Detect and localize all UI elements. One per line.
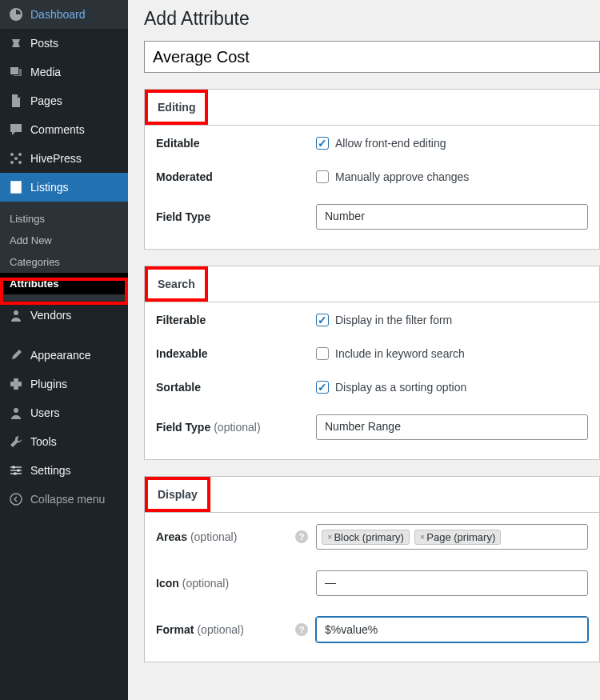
menu-label: Vendors: [30, 309, 71, 322]
area-tag[interactable]: ×Page (primary): [414, 530, 501, 545]
menu-label: Posts: [30, 37, 58, 50]
collapse-icon: [8, 491, 24, 507]
sidebar-item-plugins[interactable]: Plugins: [0, 370, 128, 398]
submenu-item-addnew[interactable]: Add New: [0, 230, 128, 251]
search-fieldtype-label: Field Type (optional): [156, 421, 316, 434]
search-postbox: Search Filterable Display in the filter …: [144, 266, 600, 460]
filterable-check-label: Display in the filter form: [335, 314, 452, 326]
sidebar-item-posts[interactable]: Posts: [0, 29, 128, 58]
page-title: Add Attribute: [144, 8, 600, 30]
icon-select[interactable]: —: [316, 570, 588, 596]
svg-point-5: [14, 310, 18, 315]
areas-tags-input[interactable]: ×Block (primary) ×Page (primary): [316, 524, 588, 550]
page-icon: [8, 93, 24, 109]
menu-label: Collapse menu: [30, 493, 105, 506]
optional-text: (optional): [214, 421, 260, 434]
svg-point-1: [18, 153, 22, 156]
sidebar-item-dashboard[interactable]: Dashboard: [0, 0, 128, 29]
icon-label: Icon (optional): [156, 577, 316, 590]
users-icon: [8, 405, 24, 421]
svg-point-3: [18, 161, 22, 164]
menu-label: Tools: [30, 435, 57, 448]
hivepress-icon: [8, 150, 24, 166]
listings-submenu: Listings Add New Categories Attributes: [0, 202, 128, 301]
svg-point-0: [10, 153, 14, 156]
wrench-icon: [8, 434, 24, 450]
optional-text: (optional): [197, 623, 243, 636]
menu-label: Pages: [30, 94, 62, 107]
search-title: Search: [148, 270, 205, 298]
help-icon[interactable]: ?: [295, 530, 308, 543]
display-postbox: Display Areas (optional) ? ×Block (prima…: [144, 476, 600, 662]
remove-tag-icon[interactable]: ×: [420, 532, 425, 542]
editing-header: Editing: [145, 90, 599, 126]
highlight-display: Display: [145, 477, 210, 512]
attribute-name-input[interactable]: [144, 41, 600, 73]
sortable-checkbox[interactable]: [316, 381, 329, 394]
sidebar-item-listings[interactable]: Listings: [0, 173, 128, 202]
format-label: Format (optional) ?: [156, 623, 316, 636]
settings-icon: [8, 462, 24, 478]
optional-text: (optional): [182, 577, 229, 590]
editable-label: Editable: [156, 137, 316, 150]
menu-label: Plugins: [30, 378, 67, 390]
submenu-item-attributes[interactable]: Attributes: [0, 273, 128, 294]
menu-label: Media: [30, 66, 61, 78]
editable-check-label: Allow front-end editing: [335, 137, 446, 150]
sortable-check-label: Display as a sorting option: [335, 381, 466, 394]
label-text: Areas: [156, 530, 187, 543]
svg-point-4: [14, 157, 18, 160]
collapse-menu[interactable]: Collapse menu: [0, 485, 128, 514]
highlight-search: Search: [145, 266, 208, 302]
sidebar-item-comments[interactable]: Comments: [0, 115, 128, 144]
tag-label: Block (primary): [334, 531, 403, 543]
filterable-label: Filterable: [156, 314, 316, 326]
display-title: Display: [148, 480, 207, 509]
menu-label: Listings: [30, 181, 68, 194]
menu-label: Comments: [30, 123, 85, 136]
label-text: Icon: [156, 577, 179, 590]
search-fieldtype-select[interactable]: Number Range: [316, 414, 588, 440]
editing-fieldtype-select[interactable]: Number: [316, 204, 588, 230]
submenu-item-listings[interactable]: Listings: [0, 208, 128, 230]
sidebar-item-users[interactable]: Users: [0, 398, 128, 427]
label-text: Field Type: [156, 421, 210, 434]
media-icon: [8, 64, 24, 80]
svg-point-11: [17, 469, 20, 472]
pin-icon: [8, 35, 24, 51]
svg-point-6: [14, 408, 18, 413]
search-header: Search: [145, 266, 599, 302]
label-text: Format: [156, 623, 194, 636]
sidebar-item-media[interactable]: Media: [0, 58, 128, 86]
user-icon: [8, 307, 24, 323]
tag-label: Page (primary): [426, 531, 495, 543]
moderated-checkbox[interactable]: [316, 170, 329, 183]
submenu-item-categories[interactable]: Categories: [0, 251, 128, 273]
admin-sidebar: Dashboard Posts Media Pages Comments Hiv…: [0, 0, 128, 700]
sortable-label: Sortable: [156, 381, 316, 394]
menu-label: Users: [30, 406, 60, 419]
editable-checkbox[interactable]: [316, 137, 329, 150]
sidebar-item-tools[interactable]: Tools: [0, 427, 128, 456]
remove-tag-icon[interactable]: ×: [327, 532, 332, 542]
indexable-check-label: Include in keyword search: [335, 347, 465, 360]
sidebar-item-pages[interactable]: Pages: [0, 86, 128, 115]
sidebar-item-settings[interactable]: Settings: [0, 456, 128, 485]
format-input[interactable]: [316, 617, 588, 642]
svg-point-12: [14, 472, 17, 475]
editing-title: Editing: [148, 93, 205, 122]
sidebar-item-vendors[interactable]: Vendors: [0, 301, 128, 330]
svg-point-13: [10, 494, 22, 505]
sidebar-item-hivepress[interactable]: HivePress: [0, 144, 128, 173]
optional-text: (optional): [190, 530, 237, 543]
menu-label: Appearance: [30, 349, 91, 362]
moderated-check-label: Manually approve changes: [335, 170, 469, 183]
help-icon[interactable]: ?: [295, 623, 308, 636]
filterable-checkbox[interactable]: [316, 314, 329, 326]
sidebar-item-appearance[interactable]: Appearance: [0, 341, 128, 370]
brush-icon: [8, 347, 24, 363]
indexable-checkbox[interactable]: [316, 347, 329, 360]
area-tag[interactable]: ×Block (primary): [322, 530, 410, 545]
areas-label: Areas (optional) ?: [156, 530, 316, 543]
editing-fieldtype-label: Field Type: [156, 210, 316, 223]
